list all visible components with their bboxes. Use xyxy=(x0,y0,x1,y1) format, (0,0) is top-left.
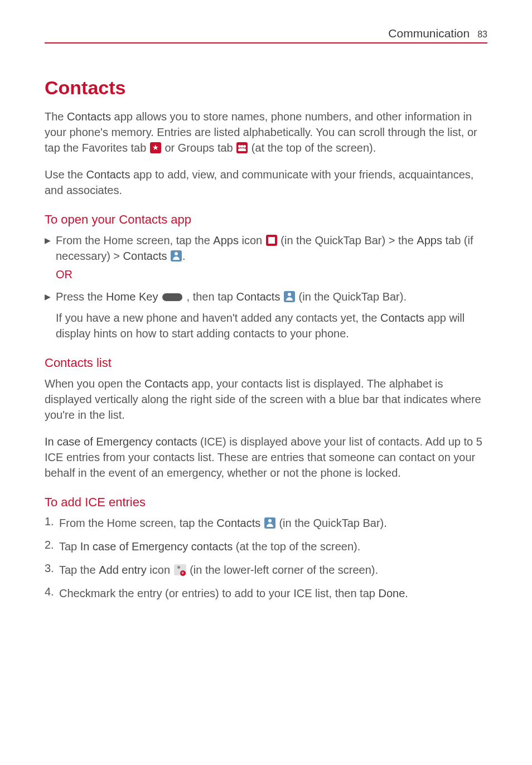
text-bold: Add entry xyxy=(99,564,147,576)
header-page-number: 83 xyxy=(477,30,487,40)
list-item: 2.Tap In case of Emergency contacts (at … xyxy=(45,539,487,554)
bullet-item: ▶ Press the Home Key , then tap Contacts… xyxy=(45,289,487,304)
list-item: 3.Tap the Add entry icon (in the lower-l… xyxy=(45,562,487,578)
page: Communication 83 Contacts The Contacts a… xyxy=(0,0,532,765)
list-content: Checkmark the entry (or entries) to add … xyxy=(59,585,487,601)
followup-paragraph: If you have a new phone and haven't adde… xyxy=(56,310,487,341)
list-item: 1.From the Home screen, tap the Contacts… xyxy=(45,515,487,531)
text: If you have a new phone and haven't adde… xyxy=(56,312,380,324)
bullet-marker-icon: ▶ xyxy=(45,233,56,245)
list-number: 2. xyxy=(45,539,59,551)
text-bold: In case of Emergency contacts xyxy=(45,435,197,448)
or-separator: OR xyxy=(56,268,487,281)
text: Press the xyxy=(56,290,106,303)
contacts-icon xyxy=(264,517,275,529)
intro-paragraph-2: Use the Contacts app to add, view, and c… xyxy=(45,167,487,198)
list-number: 3. xyxy=(45,562,59,575)
home-key-icon xyxy=(162,293,182,301)
ordered-list: 1.From the Home screen, tap the Contacts… xyxy=(45,515,487,601)
contacts-icon xyxy=(284,291,295,302)
text-bold: Home Key xyxy=(106,290,158,303)
text: (in the QuickTap Bar) > the xyxy=(278,234,417,246)
apps-icon xyxy=(266,235,277,246)
bullet-content: Press the Home Key , then tap Contacts (… xyxy=(56,289,487,304)
text: Checkmark the entry (or entries) to add … xyxy=(59,587,378,599)
intro-paragraph-1: The Contacts app allows you to store nam… xyxy=(45,109,487,156)
text-bold: Contacts xyxy=(380,312,424,324)
list-content: Tap the Add entry icon (in the lower-lef… xyxy=(59,562,487,578)
text: (in the lower-left corner of the screen)… xyxy=(187,564,378,576)
text-bold: Contacts xyxy=(86,168,130,181)
list-content: Tap In case of Emergency contacts (at th… xyxy=(59,539,487,554)
text-bold: Apps xyxy=(417,234,442,246)
text-bold: Contacts xyxy=(236,290,280,303)
text: Tap the xyxy=(59,564,99,576)
page-title: Contacts xyxy=(45,77,487,99)
text: . xyxy=(182,250,186,262)
text: (in the QuickTap Bar). xyxy=(296,290,407,303)
header-section: Communication xyxy=(388,27,470,40)
open-contacts-heading: To open your Contacts app xyxy=(45,212,487,227)
contacts-list-paragraph-2: In case of Emergency contacts (ICE) is d… xyxy=(45,434,487,481)
text-bold: Contacts xyxy=(123,250,167,262)
list-content: From the Home screen, tap the Contacts (… xyxy=(59,515,487,531)
text: From the Home screen, tap the xyxy=(59,517,216,529)
text-bold: In case of Emergency contacts xyxy=(80,540,233,553)
text: icon xyxy=(147,564,173,576)
bullet-marker-icon: ▶ xyxy=(45,289,56,301)
text-bold: Contacts xyxy=(216,517,260,529)
contacts-icon xyxy=(171,250,182,262)
list-item: 4.Checkmark the entry (or entries) to ad… xyxy=(45,585,487,601)
page-header: Communication 83 xyxy=(45,27,487,43)
text-bold: Contacts xyxy=(144,377,188,390)
text: Tap xyxy=(59,540,80,553)
text: The xyxy=(45,110,67,123)
text: (at the top of the screen). xyxy=(233,540,360,553)
text xyxy=(260,517,264,529)
text: or Groups tab xyxy=(162,142,236,154)
text: (in the QuickTap Bar). xyxy=(276,517,387,529)
bullet-item: ▶ From the Home screen, tap the Apps ico… xyxy=(45,233,487,264)
add-entry-icon xyxy=(174,564,186,575)
ice-heading: To add ICE entries xyxy=(45,495,487,510)
text: When you open the xyxy=(45,377,144,390)
favorites-tab-icon xyxy=(150,142,161,153)
text: . xyxy=(405,587,408,599)
contacts-list-heading: Contacts list xyxy=(45,356,487,370)
contacts-list-paragraph-1: When you open the Contacts app, your con… xyxy=(45,376,487,423)
text: From the Home screen, tap the xyxy=(56,234,213,246)
text: icon xyxy=(239,234,265,246)
text: (at the top of the screen). xyxy=(248,142,376,154)
text-bold: Contacts xyxy=(67,110,111,123)
list-number: 4. xyxy=(45,585,59,598)
groups-tab-icon xyxy=(236,142,248,153)
text: Use the xyxy=(45,168,86,181)
text-bold: Apps xyxy=(213,234,239,246)
text-bold: Done xyxy=(378,587,405,599)
text: , then tap xyxy=(183,290,236,303)
bullet-content: From the Home screen, tap the Apps icon … xyxy=(56,233,487,264)
list-number: 1. xyxy=(45,515,59,528)
